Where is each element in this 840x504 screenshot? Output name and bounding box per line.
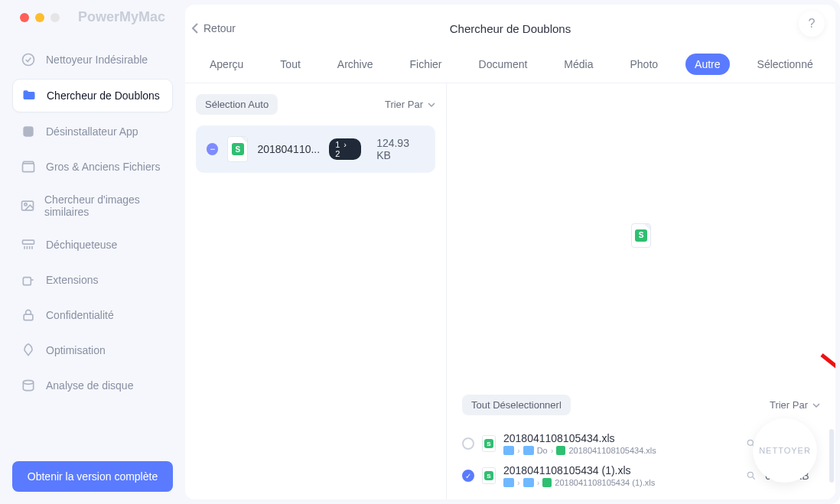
brand-label: PowerMyMac bbox=[78, 9, 165, 25]
svg-rect-1 bbox=[23, 126, 33, 136]
window-controls: PowerMyMac bbox=[12, 9, 173, 25]
svg-point-10 bbox=[747, 472, 753, 477]
xls-badge: S bbox=[635, 229, 647, 242]
minimize-icon[interactable] bbox=[35, 13, 44, 22]
tab-document[interactable]: Document bbox=[470, 54, 537, 75]
filter-tabs: Aperçu Tout Archive Fichier Document Méd… bbox=[185, 44, 835, 83]
sidebar-item-label: Extensions bbox=[46, 274, 98, 286]
sidebar-item-optimization[interactable]: Optimisation bbox=[12, 334, 173, 366]
shredder-icon bbox=[20, 236, 37, 253]
file-icon: S bbox=[482, 467, 496, 484]
sidebar-item-label: Confidentialité bbox=[46, 309, 114, 321]
reveal-icon[interactable] bbox=[745, 470, 757, 482]
back-button[interactable]: Retour bbox=[191, 22, 236, 34]
file-path: › Do› 2018041108105434.xls bbox=[503, 446, 737, 455]
right-sort-button[interactable]: Trier Par bbox=[770, 399, 820, 411]
file-icon: S bbox=[482, 435, 496, 452]
close-icon[interactable] bbox=[20, 13, 29, 22]
left-sort-button[interactable]: Trier Par bbox=[385, 99, 435, 110]
checkbox-unchecked[interactable] bbox=[462, 437, 474, 450]
puzzle-icon bbox=[20, 272, 37, 288]
file-name: 2018041108105434 (1).xls bbox=[503, 464, 737, 476]
sidebar-item-privacy[interactable]: Confidentialité bbox=[12, 299, 173, 331]
tab-archive[interactable]: Archive bbox=[328, 54, 383, 75]
tab-media[interactable]: Média bbox=[555, 54, 602, 75]
svg-point-4 bbox=[24, 203, 27, 206]
sidebar-item-label: Chercheur d'images similaires bbox=[44, 193, 165, 218]
scrollbar[interactable] bbox=[829, 429, 834, 483]
xls-icon bbox=[556, 446, 565, 455]
sidebar-item-duplicate-finder[interactable]: Chercheur de Doublons bbox=[12, 79, 173, 112]
tab-selected[interactable]: Sélectionné bbox=[748, 54, 822, 75]
sidebar-item-junk-cleaner[interactable]: Nettoyeur Indésirable bbox=[12, 44, 173, 76]
checkbox-checked[interactable]: ✓ bbox=[462, 470, 474, 482]
maximize-icon[interactable] bbox=[50, 13, 60, 22]
sidebar-item-extensions[interactable]: Extensions bbox=[12, 264, 173, 296]
svg-rect-2 bbox=[23, 164, 34, 172]
file-name: 2018041108105434.xls bbox=[503, 432, 737, 444]
chevron-down-icon bbox=[428, 101, 435, 109]
sidebar-item-shredder[interactable]: Déchiqueteuse bbox=[12, 229, 173, 261]
deselect-all-button[interactable]: Tout Déselectionnerl bbox=[462, 395, 571, 415]
preview-file-icon: S bbox=[631, 223, 651, 248]
sidebar-item-large-old-files[interactable]: Gros & Anciens Fichiers bbox=[12, 151, 173, 183]
svg-rect-5 bbox=[23, 240, 34, 244]
app-window: PowerMyMac Nettoyeur Indésirable Cherche… bbox=[0, 0, 840, 504]
box-icon bbox=[20, 158, 37, 175]
main-content: Retour Chercheur de Doublons ? Aperçu To… bbox=[185, 5, 835, 499]
help-button[interactable]: ? bbox=[799, 11, 825, 37]
chevron-down-icon bbox=[812, 402, 820, 409]
xls-icon bbox=[542, 478, 552, 487]
group-name: 201804110... bbox=[257, 143, 320, 155]
file-type-icon: S bbox=[227, 136, 248, 162]
back-label: Retour bbox=[203, 22, 236, 34]
file-meta: 2018041108105434.xls › Do› 2018041108105… bbox=[503, 432, 737, 455]
sidebar-nav: Nettoyeur Indésirable Chercheur de Doubl… bbox=[12, 44, 173, 452]
app-icon bbox=[20, 123, 37, 140]
tab-other[interactable]: Autre bbox=[685, 54, 729, 75]
sidebar-item-similar-images[interactable]: Chercheur d'images similaires bbox=[12, 186, 173, 226]
sidebar-item-label: Analyse de disque bbox=[46, 379, 133, 392]
svg-point-8 bbox=[23, 380, 33, 384]
svg-rect-6 bbox=[23, 278, 31, 285]
rocket-icon bbox=[20, 342, 37, 359]
sidebar-item-label: Chercheur de Doublons bbox=[47, 89, 160, 102]
file-meta: 2018041108105434 (1).xls › › 20180411081… bbox=[503, 464, 737, 487]
page-title: Chercheur de Doublons bbox=[185, 22, 835, 35]
broom-icon bbox=[20, 51, 37, 68]
lock-icon bbox=[20, 307, 37, 324]
sidebar-item-app-uninstaller[interactable]: Désinstallateur App bbox=[12, 115, 173, 148]
sidebar-item-label: Déchiqueteuse bbox=[46, 239, 117, 251]
sidebar-item-disk-analysis[interactable]: Analyse de disque bbox=[12, 369, 173, 402]
upgrade-button[interactable]: Obtenir la version complète bbox=[12, 461, 173, 492]
tab-overview[interactable]: Aperçu bbox=[200, 54, 252, 75]
left-toolbar: Sélection Auto Trier Par bbox=[196, 94, 435, 115]
group-size: 124.93 KB bbox=[376, 137, 425, 161]
sort-label: Trier Par bbox=[385, 99, 423, 110]
sidebar-item-label: Gros & Anciens Fichiers bbox=[46, 161, 160, 173]
tab-photo[interactable]: Photo bbox=[620, 54, 667, 75]
group-count-badge: 1 › 2 bbox=[329, 138, 361, 160]
folder-duplicate-icon bbox=[21, 87, 37, 104]
folder-icon bbox=[503, 478, 514, 487]
sort-label: Trier Par bbox=[770, 399, 808, 411]
duplicate-groups-pane: Sélection Auto Trier Par − S 201804110..… bbox=[185, 83, 447, 499]
xls-badge: S bbox=[232, 143, 244, 155]
tab-file[interactable]: Fichier bbox=[401, 54, 451, 75]
duplicate-group-item[interactable]: − S 201804110... 1 › 2 124.93 KB bbox=[196, 125, 435, 173]
sidebar-item-label: Nettoyeur Indésirable bbox=[46, 54, 148, 66]
folder-icon bbox=[503, 446, 514, 455]
details-toolbar: Tout Déselectionnerl Trier Par bbox=[447, 387, 835, 423]
svg-point-9 bbox=[747, 440, 753, 445]
file-path: › › 2018041108105434 (1).xls bbox=[503, 478, 737, 487]
svg-rect-7 bbox=[24, 314, 33, 320]
sidebar-item-label: Désinstallateur App bbox=[46, 125, 138, 138]
auto-select-button[interactable]: Sélection Auto bbox=[196, 94, 278, 115]
clean-button[interactable]: NETTOYER bbox=[753, 418, 817, 483]
tab-all[interactable]: Tout bbox=[271, 54, 309, 75]
partial-select-icon: − bbox=[207, 143, 218, 155]
folder-icon bbox=[523, 478, 534, 487]
content-area: Sélection Auto Trier Par − S 201804110..… bbox=[185, 83, 835, 499]
folder-icon bbox=[523, 446, 534, 455]
topbar: Retour Chercheur de Doublons ? bbox=[185, 5, 835, 44]
